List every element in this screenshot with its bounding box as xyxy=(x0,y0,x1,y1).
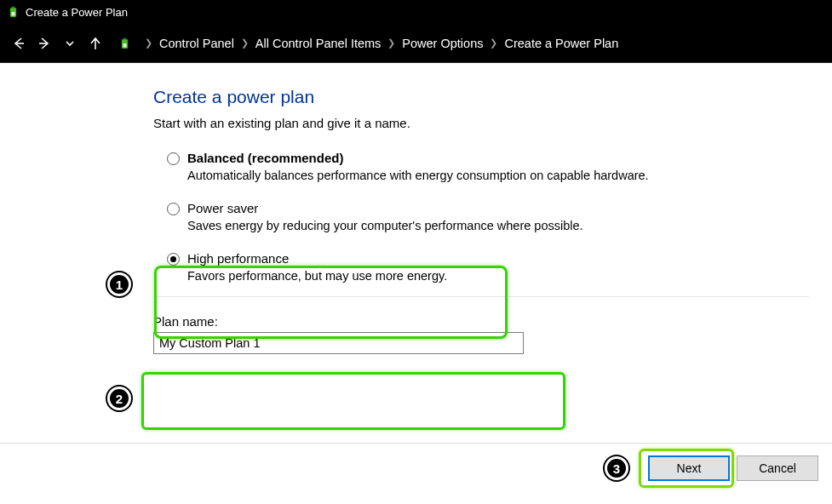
breadcrumb-all-items[interactable]: All Control Panel Items xyxy=(255,37,381,50)
radio-powersaver[interactable] xyxy=(167,203,180,215)
chevron-right-icon: ❯ xyxy=(145,37,152,49)
nav-back-button[interactable] xyxy=(10,35,27,52)
divider xyxy=(153,296,809,297)
nav-forward-button[interactable] xyxy=(36,35,53,52)
breadcrumb-power-options[interactable]: Power Options xyxy=(402,37,483,50)
plan-label: Power saver xyxy=(187,201,815,215)
radio-balanced[interactable] xyxy=(167,152,180,165)
chevron-right-icon: ❯ xyxy=(241,37,249,49)
plan-desc: Saves energy by reducing your computer's… xyxy=(187,219,815,232)
svg-rect-1 xyxy=(12,7,14,9)
plan-label: Balanced (recommended) xyxy=(187,151,815,165)
plan-option-balanced[interactable]: Balanced (recommended) Automatically bal… xyxy=(153,151,815,182)
page-title: Create a power plan xyxy=(153,87,815,107)
nav-up-button[interactable] xyxy=(87,35,104,52)
button-row: Next Cancel xyxy=(0,443,832,481)
page-subtitle: Start with an existing plan and give it … xyxy=(153,116,815,130)
breadcrumb-control-panel[interactable]: Control Panel xyxy=(159,37,234,50)
plan-label: High performance xyxy=(187,251,815,266)
breadcrumb: ❯ Control Panel ❯ All Control Panel Item… xyxy=(145,37,618,50)
step-badge-3: 3 xyxy=(605,456,628,480)
chevron-right-icon: ❯ xyxy=(387,37,395,49)
next-button[interactable]: Next xyxy=(648,455,730,481)
plan-option-powersaver[interactable]: Power saver Saves energy by reducing you… xyxy=(153,201,815,232)
cancel-button[interactable]: Cancel xyxy=(737,455,818,481)
nav-bar: ❯ Control Panel ❯ All Control Panel Item… xyxy=(0,24,832,63)
battery-location-icon xyxy=(118,36,133,51)
radio-highperf[interactable] xyxy=(167,253,180,266)
chevron-right-icon: ❯ xyxy=(490,37,497,49)
breadcrumb-current[interactable]: Create a Power Plan xyxy=(504,37,618,50)
svg-rect-2 xyxy=(12,12,15,16)
svg-rect-7 xyxy=(123,37,126,39)
plan-name-section: Plan name: xyxy=(153,314,815,354)
svg-rect-8 xyxy=(123,43,127,48)
title-bar: Create a Power Plan xyxy=(0,0,832,24)
plan-option-highperf[interactable]: High performance Favors performance, but… xyxy=(153,251,815,283)
window-title: Create a Power Plan xyxy=(26,6,128,19)
highlight-step-2 xyxy=(141,372,565,430)
plan-name-input[interactable] xyxy=(153,332,524,354)
plan-name-label: Plan name: xyxy=(153,314,815,329)
main-content: Create a power plan Start with an existi… xyxy=(0,63,832,371)
battery-app-icon xyxy=(7,5,20,19)
nav-recent-dropdown[interactable] xyxy=(61,35,78,52)
step-badge-1: 1 xyxy=(107,272,131,296)
plan-desc: Favors performance, but may use more ene… xyxy=(187,269,815,283)
plan-desc: Automatically balances performance with … xyxy=(187,169,815,182)
step-badge-2: 2 xyxy=(107,387,131,410)
